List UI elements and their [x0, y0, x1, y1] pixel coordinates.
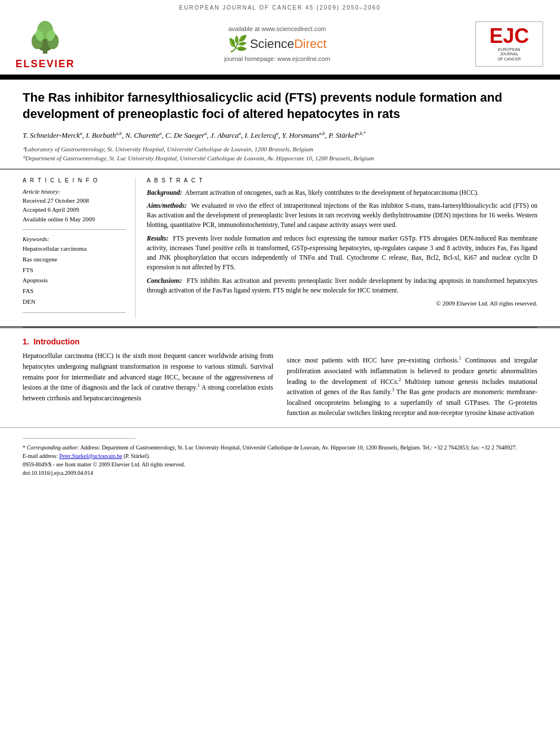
available-date: Available online 6 May 2009: [23, 215, 126, 224]
abstract-conclusions: Conclusions: FTS inhibits Ras activation…: [147, 276, 537, 296]
article-title: The Ras inhibitor farnesylthiosalicyclic…: [23, 90, 537, 122]
article-info-label: A R T I C L E I N F O: [23, 177, 126, 184]
corresponding-footnote: * Corresponding author: Address: Departm…: [23, 443, 537, 452]
sciencedirect-logo: 🌿 ScienceDirect: [79, 34, 475, 53]
journal-name: EUROPEAN JOURNAL OF CANCER 45 (2009) 205…: [179, 5, 380, 11]
background-text: Aberrant activation of oncogenes, such a…: [185, 189, 479, 196]
license-footnote: 0959-8049/$ - see front matter © 2009 El…: [23, 460, 537, 469]
copyright-line: © 2009 Elsevier Ltd. All rights reserved…: [147, 300, 537, 307]
abstract-label: A B S T R A C T: [147, 177, 537, 184]
ejc-brand-text: EJC: [489, 26, 529, 46]
authors: T. Schneider-Mercka, I. Borbatha,b, N. C…: [23, 130, 537, 141]
keyword-1: Hepatocellular carcinoma: [23, 243, 126, 254]
header-logos: ELSEVIER available at www.sciencedirect.…: [0, 13, 560, 76]
abstract-background: Background: Aberrant activation of oncog…: [147, 188, 537, 198]
email-footnote: E-mail address: Peter.Starkel@uclouvain.…: [23, 452, 537, 460]
email-link[interactable]: Peter.Starkel@uclouvain.be: [59, 453, 122, 459]
aims-label: Aims/methods:: [147, 202, 187, 209]
available-text: available at www.sciencedirect.com: [79, 25, 475, 32]
abstract-aims: Aims/methods: We evaluated in vivo the e…: [147, 201, 537, 230]
accepted-date: Accepted 6 April 2009: [23, 205, 126, 215]
affiliation-a: ᵃLaboratory of Gastroenterology, St. Uni…: [23, 145, 537, 154]
elsevier-logo: ELSEVIER: [11, 18, 79, 70]
intro-left-text: Hepatocellular carcinoma (HCC) is the si…: [23, 351, 273, 403]
conclusions-label: Conclusions:: [147, 277, 182, 284]
article-info-abstract-section: A R T I C L E I N F O Article history: R…: [0, 169, 560, 327]
sd-leaf-icon: 🌿: [228, 34, 248, 53]
intro-section-title: 1. Introduction: [23, 337, 273, 346]
affiliations: ᵃLaboratory of Gastroenterology, St. Uni…: [23, 145, 537, 163]
body-section: 1. Introduction Hepatocellular carcinoma…: [0, 327, 560, 418]
article-info-column: A R T I C L E I N F O Article history: R…: [23, 177, 135, 319]
keywords-heading: Keywords:: [23, 235, 126, 242]
keyword-6: DEN: [23, 296, 126, 307]
keyword-3: FTS: [23, 265, 126, 276]
info-divider: [23, 229, 126, 230]
intro-title: Introduction: [33, 337, 80, 346]
elsevier-tree-icon: [23, 18, 68, 57]
introduction-two-col: 1. Introduction Hepatocellular carcinoma…: [23, 337, 537, 418]
results-text: FTS prevents liver nodule formation and …: [147, 235, 537, 271]
elsevier-brand-text: ELSEVIER: [15, 58, 75, 70]
keywords-list: Hepatocellular carcinoma Ras oncogene FT…: [23, 243, 126, 307]
email-note: (P. Stärkel).: [124, 453, 150, 459]
received-date: Received 27 October 2008: [23, 196, 126, 206]
article-history-heading: Article history:: [23, 188, 126, 195]
intro-right-col: since most patients with HCC have pre-ex…: [287, 337, 537, 418]
info-divider-2: [23, 312, 126, 313]
conclusions-text: FTS inhibits Ras activation and prevents…: [147, 277, 537, 294]
journal-header-bar: EUROPEAN JOURNAL OF CANCER 45 (2009) 205…: [0, 0, 560, 13]
journal-homepage-text: journal homepage: www.ejconline.com: [79, 55, 475, 62]
doi-footnote: doi:10.1016/j.ejca.2009.04.014: [23, 469, 537, 477]
center-header: available at www.sciencedirect.com 🌿 Sci…: [79, 25, 475, 62]
abstract-column: A B S T R A C T Background: Aberrant act…: [147, 177, 537, 319]
keyword-2: Ras oncogene: [23, 254, 126, 265]
footnote-divider: [23, 438, 135, 439]
ejc-subtitle-text: EUROPEANJOURNALOF CANCER: [497, 47, 520, 62]
keyword-5: FAS: [23, 286, 126, 296]
abstract-results: Results: FTS prevents liver nodule forma…: [147, 234, 537, 273]
intro-right-text: since most patients with HCC have pre-ex…: [287, 355, 537, 418]
corresponding-label: * Corresponding author: Address: Departm…: [23, 444, 517, 451]
intro-left-col: 1. Introduction Hepatocellular carcinoma…: [23, 337, 273, 418]
ejc-logo-box: EJC EUROPEANJOURNALOF CANCER: [475, 21, 543, 67]
keyword-4: Apoptosis: [23, 275, 126, 286]
background-label: Background:: [147, 189, 182, 196]
intro-number: 1.: [23, 337, 29, 346]
page-wrapper: EUROPEAN JOURNAL OF CANCER 45 (2009) 205…: [0, 0, 560, 483]
affiliation-b: ᵇDepartment of Gastroenterology, St. Luc…: [23, 154, 537, 163]
footnotes-section: * Corresponding author: Address: Departm…: [0, 427, 560, 483]
title-section: The Ras inhibitor farnesylthiosalicyclic…: [0, 80, 560, 169]
results-label: Results:: [147, 235, 168, 242]
sd-brand-text: ScienceDirect: [250, 37, 327, 51]
function-word: function: [287, 409, 309, 417]
